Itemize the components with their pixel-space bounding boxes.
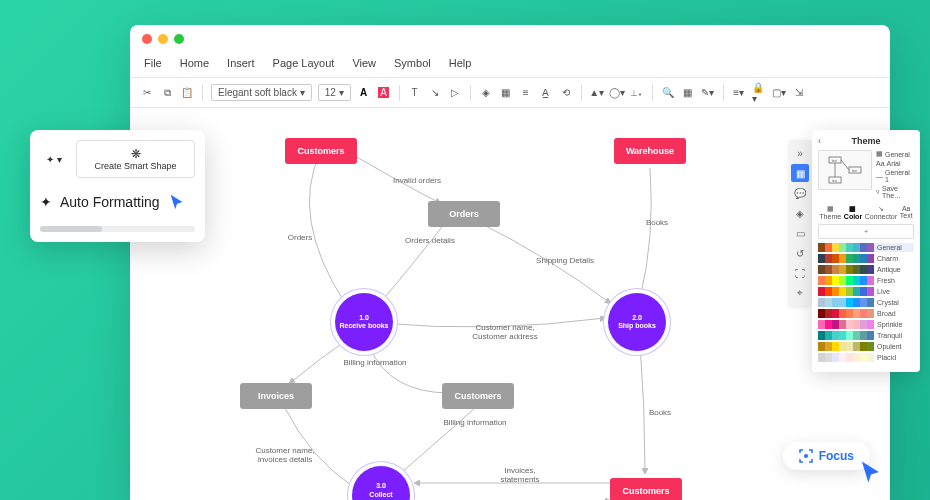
focus-icon — [799, 449, 813, 463]
palette-row-sprinkle[interactable]: Sprinkle — [818, 320, 914, 329]
label-orders: Orders — [265, 233, 335, 242]
label-orders-details: Orders details — [395, 236, 465, 245]
crop-icon[interactable]: ⟂▾ — [630, 86, 644, 100]
theme-add-button[interactable]: + — [818, 224, 914, 239]
focus-button[interactable]: Focus — [783, 442, 870, 470]
sidetool-collapse[interactable]: » — [791, 144, 809, 162]
theme-tab-text[interactable]: AaText — [900, 205, 913, 220]
theme-title: Theme — [851, 136, 880, 146]
svg-text:text: text — [832, 179, 837, 183]
menu-view[interactable]: View — [352, 57, 376, 69]
theme-options: ▦General AaArial —General 1 ▿Save The… — [876, 150, 914, 199]
canvas[interactable]: Customers Warehouse Orders 1.0 Receive b… — [130, 108, 890, 500]
paste-icon[interactable]: 📋 — [180, 86, 194, 100]
palette-row-crystal[interactable]: Crystal — [818, 298, 914, 307]
node-ship-books[interactable]: 2.0 Ship books — [608, 293, 666, 351]
sidetool-expand[interactable]: ⛶ — [791, 264, 809, 282]
side-toolbar: » ▦ 💬 ◈ ▭ ↺ ⛶ ⌖ — [789, 140, 811, 306]
sidetool-history[interactable]: ↺ — [791, 244, 809, 262]
cursor-icon — [858, 458, 884, 486]
close-window-button[interactable] — [142, 34, 152, 44]
traffic-lights — [130, 25, 890, 53]
svg-text:text: text — [852, 169, 857, 173]
stroke-icon[interactable]: ✎▾ — [701, 86, 715, 100]
text-tool-icon[interactable]: T — [408, 86, 422, 100]
sidetool-layers[interactable]: ◈ — [791, 204, 809, 222]
font-select[interactable]: Elegant soft black ▾ — [211, 84, 312, 101]
app-window: File Home Insert Page Layout View Symbol… — [130, 25, 890, 500]
connectors — [130, 108, 890, 500]
menu-home[interactable]: Home — [180, 57, 209, 69]
node-customers-bot[interactable]: Customers — [610, 478, 682, 500]
menu-insert[interactable]: Insert — [227, 57, 255, 69]
palette-row-live[interactable]: Live — [818, 287, 914, 296]
grid-icon[interactable]: ▦ — [681, 86, 695, 100]
theme-panel: ‹Theme texttexttext ▦General AaArial —Ge… — [812, 130, 920, 372]
node-invoices[interactable]: Invoices — [240, 383, 312, 409]
text-direction-icon[interactable]: A̲ — [539, 86, 553, 100]
lock-icon[interactable]: 🔒▾ — [752, 86, 766, 100]
palette-row-placid[interactable]: Placid — [818, 353, 914, 362]
font-size-select[interactable]: 12 ▾ — [318, 84, 351, 101]
page-setup-icon[interactable]: ▢▾ — [772, 86, 786, 100]
node-collect-payments[interactable]: 3.0 Collect payments — [352, 466, 410, 500]
sidetool-comments[interactable]: 💬 — [791, 184, 809, 202]
node-warehouse[interactable]: Warehouse — [614, 138, 686, 164]
sidetool-focus[interactable]: ⌖ — [791, 284, 809, 302]
cut-icon[interactable]: ✂ — [140, 86, 154, 100]
sparkle-icon: ✦ — [40, 194, 52, 210]
label-books-1: Books — [622, 218, 692, 227]
highlight-icon[interactable]: A — [377, 86, 391, 100]
menu-page-layout[interactable]: Page Layout — [273, 57, 335, 69]
label-customer-address: Customer name, Customer address — [470, 323, 540, 341]
sparkle-dropdown[interactable]: ✦ ▾ — [40, 142, 68, 176]
search-icon[interactable]: 🔍 — [661, 86, 675, 100]
theme-preview: texttexttext — [818, 150, 872, 190]
line-color-icon[interactable]: ◯▾ — [610, 86, 624, 100]
export-icon[interactable]: ⇲ — [792, 86, 806, 100]
palette-row-charm[interactable]: Charm — [818, 254, 914, 263]
node-customers-top[interactable]: Customers — [285, 138, 357, 164]
label-books-2: Books — [625, 408, 695, 417]
theme-tab-theme[interactable]: ▦Theme — [819, 205, 841, 220]
cursor-icon — [168, 192, 186, 212]
palette-row-broad[interactable]: Broad — [818, 309, 914, 318]
label-billing-1: Billing information — [340, 358, 410, 367]
theme-tab-connector[interactable]: ↘Connector — [865, 205, 897, 220]
create-smart-shape-button[interactable]: ❋ Create Smart Shape — [76, 140, 195, 178]
auto-formatting-panel: ✦ ▾ ❋ Create Smart Shape ✦ Auto Formatti… — [30, 130, 205, 242]
auto-formatting-label: Auto Formatting — [60, 194, 160, 210]
palette-row-antique[interactable]: Antique — [818, 265, 914, 274]
menu-symbol[interactable]: Symbol — [394, 57, 431, 69]
label-customer-invoices: Customer name, Invoices details — [250, 446, 320, 464]
menu-help[interactable]: Help — [449, 57, 472, 69]
group-icon[interactable]: ▦ — [499, 86, 513, 100]
theme-back-icon[interactable]: ‹ — [818, 136, 821, 146]
copy-icon[interactable]: ⧉ — [160, 86, 174, 100]
node-orders[interactable]: Orders — [428, 201, 500, 227]
menu-file[interactable]: File — [144, 57, 162, 69]
node-receive-books[interactable]: 1.0 Receive books — [335, 293, 393, 351]
rotate-icon[interactable]: ⟲ — [559, 86, 573, 100]
font-color-icon[interactable]: A — [357, 86, 371, 100]
arrange-icon[interactable]: ≡▾ — [732, 86, 746, 100]
minimize-window-button[interactable] — [158, 34, 168, 44]
label-billing-2: Billing information — [440, 418, 510, 427]
svg-point-6 — [804, 454, 808, 458]
palette-row-tranquil[interactable]: Tranquil — [818, 331, 914, 340]
menu-bar: File Home Insert Page Layout View Symbol… — [130, 53, 890, 78]
align-icon[interactable]: ≡ — [519, 86, 533, 100]
maximize-window-button[interactable] — [174, 34, 184, 44]
connector-tool-icon[interactable]: ↘ — [428, 86, 442, 100]
pointer-tool-icon[interactable]: ▷ — [448, 86, 462, 100]
sidetool-grid[interactable]: ▦ — [791, 164, 809, 182]
format-slider[interactable] — [40, 226, 195, 232]
node-customers-mid[interactable]: Customers — [442, 383, 514, 409]
layers-icon[interactable]: ◈ — [479, 86, 493, 100]
palette-row-general[interactable]: General — [818, 243, 914, 252]
fill-color-icon[interactable]: ▲▾ — [590, 86, 604, 100]
palette-row-opulent[interactable]: Opulent — [818, 342, 914, 351]
theme-tab-color[interactable]: ▦Color — [844, 205, 862, 220]
sidetool-page[interactable]: ▭ — [791, 224, 809, 242]
palette-row-fresh[interactable]: Fresh — [818, 276, 914, 285]
